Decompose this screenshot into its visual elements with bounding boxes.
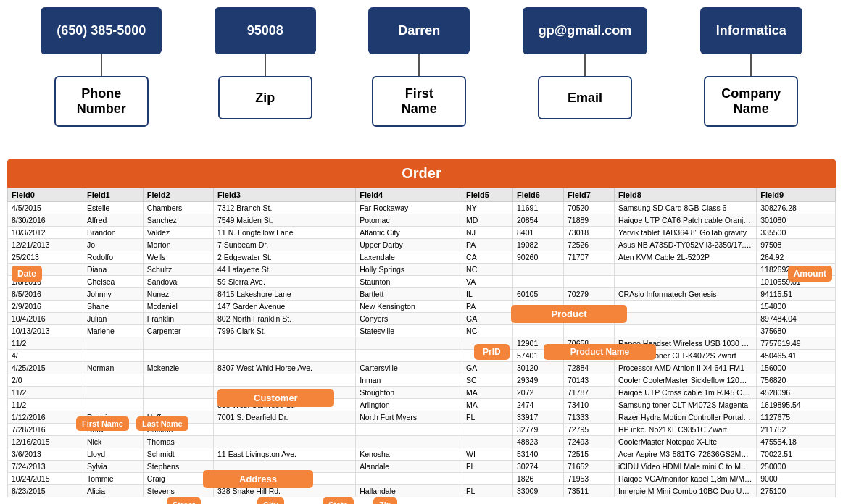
table-cell: Innergie M Mini Combo 10BC Duo USB Car C… bbox=[615, 485, 757, 497]
table-cell: FL bbox=[462, 485, 513, 497]
table-cell: Morton bbox=[143, 239, 213, 251]
field-group-company: Informatica CompanyName bbox=[700, 7, 802, 127]
order-header: Order bbox=[7, 159, 836, 188]
data-table: Field0 Field1 Field2 Field3 Field4 Field… bbox=[7, 188, 836, 497]
table-cell: Chambers bbox=[143, 202, 213, 214]
table-row: 8/5/2016JohnnyNunez8415 Lakeshore LaneBa… bbox=[8, 288, 836, 301]
table-cell: Atlantic City bbox=[356, 227, 462, 239]
table-cell: Nunez bbox=[143, 288, 213, 301]
field-group-firstname: Darren FirstName bbox=[368, 7, 470, 127]
table-cell bbox=[143, 374, 213, 387]
table-cell: 71707 bbox=[564, 251, 615, 264]
table-cell: 25/2013 bbox=[8, 251, 83, 264]
table-row: 3/6/2013LloydSchmidt11 East Livingston A… bbox=[8, 448, 836, 461]
table-cell: 72884 bbox=[564, 362, 615, 374]
table-cell bbox=[83, 337, 143, 350]
table-row: 8/30/2016AlfredSanchez7549 Maiden St.Pot… bbox=[8, 214, 836, 227]
table-cell: 154800 bbox=[757, 301, 836, 313]
table-cell bbox=[513, 276, 564, 288]
table-row: 10/2015DianaSchultz44 Lafayette St.Holly… bbox=[8, 264, 836, 276]
table-cell bbox=[143, 399, 213, 411]
table-cell: 73410 bbox=[564, 399, 615, 411]
table-cell: Alandale bbox=[356, 461, 462, 473]
table-cell: 29349 bbox=[513, 374, 564, 387]
zip-bottom-annotation: Zip bbox=[373, 497, 397, 504]
table-row: 4/25/2015NormanMckenzie8307 West Whid Ho… bbox=[8, 362, 836, 374]
table-cell: 30274 bbox=[513, 461, 564, 473]
lastname-annotation: Last Name bbox=[136, 416, 188, 431]
amount-annotation: Amount bbox=[788, 266, 832, 282]
table-cell: 2474 bbox=[513, 399, 564, 411]
table-cell bbox=[143, 350, 213, 362]
table-cell: Stevens bbox=[143, 485, 213, 497]
col-field1: Field1 bbox=[83, 188, 143, 202]
table-cell: Alfred bbox=[83, 214, 143, 227]
connector-firstname bbox=[418, 54, 420, 76]
table-row: 2/9/2016ShaneMcdaniel147 Garden AvenueNe… bbox=[8, 301, 836, 313]
table-cell: 59 Sierra Ave. bbox=[214, 276, 356, 288]
table-cell: 2072 bbox=[513, 387, 564, 399]
firstname-annotation: First Name bbox=[76, 416, 129, 431]
table-row: 10/24/2015TommieCraig182671953Haiqoe VGA… bbox=[8, 473, 836, 485]
table-cell: 802 North Franklin St. bbox=[214, 313, 356, 325]
table-cell: 30120 bbox=[513, 362, 564, 374]
table-cell: 3/6/2013 bbox=[8, 448, 83, 461]
table-cell: 1/12/2016 bbox=[8, 411, 83, 424]
table-cell: Carpenter bbox=[143, 325, 213, 337]
table-cell: 7/28/2016 bbox=[8, 424, 83, 436]
table-cell: Johnny bbox=[83, 288, 143, 301]
table-cell: 8401 bbox=[513, 227, 564, 239]
table-cell bbox=[143, 387, 213, 399]
table-cell: 335500 bbox=[757, 227, 836, 239]
table-cell: 10/13/2013 bbox=[8, 325, 83, 337]
table-cell: Cooler CoolerMaster Sickleflow 120mm Blu… bbox=[615, 374, 757, 387]
table-row: 8/23/2015AliciaStevens328 Snake Hill Rd.… bbox=[8, 485, 836, 497]
table-cell: Potomac bbox=[356, 214, 462, 227]
table-cell: Chelsea bbox=[83, 276, 143, 288]
table-cell: WI bbox=[462, 448, 513, 461]
table-cell: Julian bbox=[83, 313, 143, 325]
table-header: Field0 Field1 Field2 Field3 Field4 Field… bbox=[8, 188, 836, 202]
table-cell: PA bbox=[462, 239, 513, 251]
table-cell: Thomas bbox=[143, 436, 213, 448]
table-cell: Processor AMD Athlon II X4 641 FM1 bbox=[615, 362, 757, 374]
table-cell bbox=[615, 276, 757, 288]
table-cell bbox=[615, 264, 757, 276]
table-row: 11/2838 West Oakwood St.ArlingtonMA24747… bbox=[8, 399, 836, 411]
table-cell: 11/2 bbox=[8, 387, 83, 399]
table-cell: 7001 S. Dearfield Dr. bbox=[214, 411, 356, 424]
prid-annotation: PrID bbox=[474, 344, 510, 360]
table-cell bbox=[462, 424, 513, 436]
connector-company bbox=[750, 54, 752, 76]
table-cell bbox=[214, 350, 356, 362]
top-section: (650) 385-5000 PhoneNumber 95008 Zip Dar… bbox=[0, 0, 843, 159]
table-cell: Sylvia bbox=[83, 461, 143, 473]
col-field4: Field4 bbox=[356, 188, 462, 202]
table-row: 7/28/2016DoraShelton3277972795HP inkc. N… bbox=[8, 424, 836, 436]
table-row: 10/4/2016JulianFranklin802 North Frankli… bbox=[8, 313, 836, 325]
table-cell: 11 East Livingston Ave. bbox=[214, 448, 356, 461]
table-cell: 71787 bbox=[564, 387, 615, 399]
table-cell: 2/0 bbox=[8, 374, 83, 387]
table-cell: 10/3/2012 bbox=[8, 227, 83, 239]
table-cell: 12/21/2013 bbox=[8, 239, 83, 251]
table-cell: Statesville bbox=[356, 325, 462, 337]
connector-phone bbox=[101, 54, 102, 76]
col-field2: Field2 bbox=[143, 188, 213, 202]
table-cell: GA bbox=[462, 313, 513, 325]
table-cell: 264.92 bbox=[757, 251, 836, 264]
table-cell: Laxendale bbox=[356, 251, 462, 264]
table-cell bbox=[564, 264, 615, 276]
table-cell: Inman bbox=[356, 374, 462, 387]
table-cell: Razer Hydra Motion Controller Portal 2 B… bbox=[615, 411, 757, 424]
table-cell: Diana bbox=[83, 264, 143, 276]
col-field7: Field7 bbox=[564, 188, 615, 202]
table-cell: 20854 bbox=[513, 214, 564, 227]
field-group-zip: 95008 Zip bbox=[215, 7, 316, 119]
table-cell: 44 Lafayette St. bbox=[214, 264, 356, 276]
table-cell: 10/24/2015 bbox=[8, 473, 83, 485]
email-label: Email bbox=[538, 76, 632, 119]
table-cell: Valdez bbox=[143, 227, 213, 239]
table-cell bbox=[615, 325, 757, 337]
company-label: CompanyName bbox=[704, 76, 798, 127]
